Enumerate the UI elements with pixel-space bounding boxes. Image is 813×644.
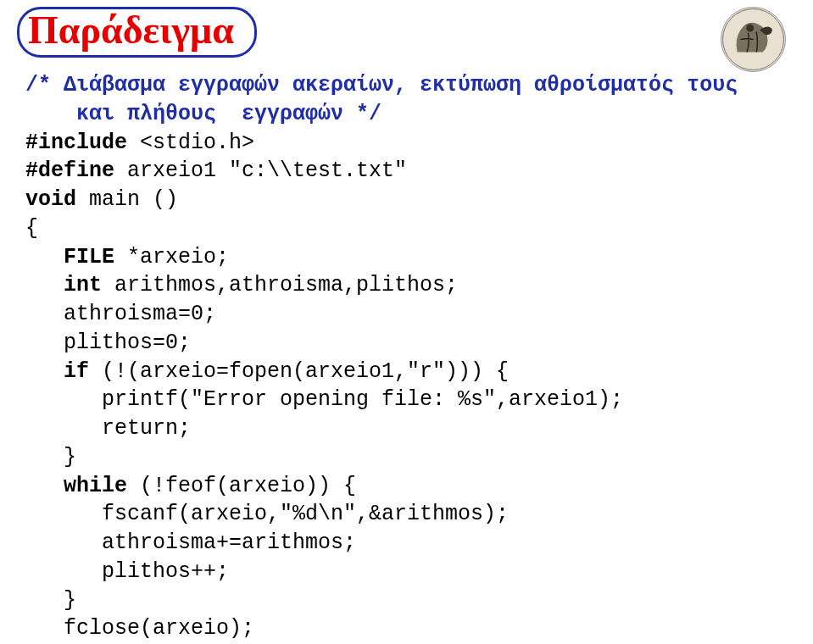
comment-line-2: και πλήθους εγγραφών */ <box>25 102 381 126</box>
txt-include: <stdio.h> <box>127 130 254 155</box>
kw-define: #define <box>25 158 114 183</box>
kw-file: FILE <box>25 245 114 269</box>
txt-brace-open: { <box>25 216 38 241</box>
txt-if-cond: (!(arxeio=fopen(arxeio1,"r"))) { <box>89 359 509 384</box>
txt-athroisma-add: athroisma+=arithmos; <box>25 530 356 555</box>
txt-plithos-init: plithos=0; <box>25 330 191 355</box>
title-box: Παράδειγμα <box>17 7 257 58</box>
txt-fscanf: fscanf(arxeio,"%d\n",&arithmos); <box>25 502 509 526</box>
txt-while-cond: (!feof(arxeio)) { <box>127 474 356 498</box>
txt-athroisma-init: athroisma=0; <box>25 302 216 326</box>
txt-plithos-inc: plithos++; <box>25 559 229 584</box>
kw-int: int <box>25 273 102 297</box>
txt-main: main () <box>76 187 178 212</box>
code-block: /* Διάβασμα εγγραφών ακεραίων, εκτύπωση … <box>17 71 796 644</box>
kw-void: void <box>25 187 76 212</box>
kw-include: #include <box>25 130 127 155</box>
txt-brace-close-while: } <box>25 588 76 613</box>
kw-while: while <box>25 474 127 498</box>
comment-line-1: /* Διάβασμα εγγραφών ακεραίων, εκτύπωση … <box>25 73 738 97</box>
slide-title: Παράδειγμα <box>28 11 234 50</box>
svg-point-1 <box>746 25 754 32</box>
txt-define: arxeio1 "c:\\test.txt" <box>114 158 407 183</box>
logo-emblem <box>721 7 786 72</box>
txt-fclose: fclose(arxeio); <box>25 616 254 641</box>
txt-return: return; <box>25 416 191 441</box>
txt-printf-error: printf("Error opening file: %s",arxeio1)… <box>25 387 623 412</box>
txt-arxeio-decl: *arxeio; <box>114 245 229 269</box>
txt-int-decl: arithmos,athroisma,plithos; <box>102 273 458 297</box>
txt-brace-close-if: } <box>25 445 76 469</box>
kw-if: if <box>25 359 89 384</box>
